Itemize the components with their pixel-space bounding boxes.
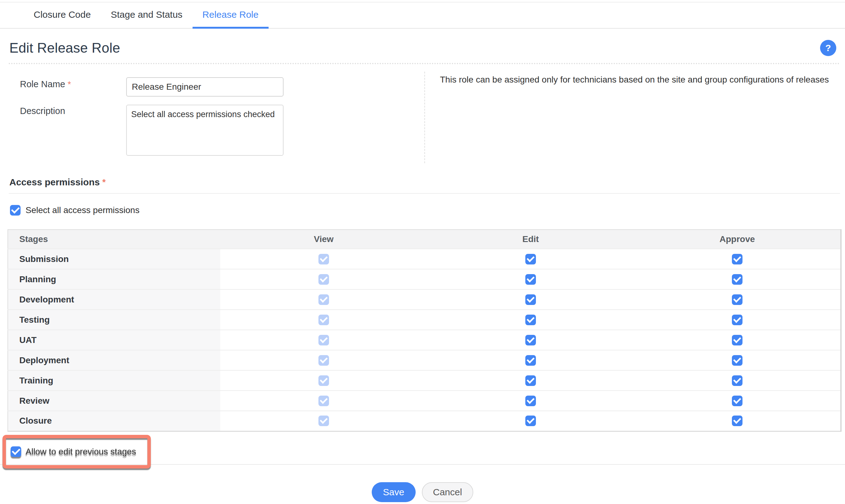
edit-checkbox[interactable]: [525, 274, 536, 285]
approve-checkbox[interactable]: [732, 375, 742, 386]
table-row: Planning: [8, 269, 841, 289]
edit-checkbox[interactable]: [525, 314, 536, 325]
section-divider: [9, 193, 840, 194]
role-info-note: This role can be assigned only for techn…: [440, 73, 842, 86]
role-name-label-text: Role Name: [20, 79, 65, 89]
description-textarea[interactable]: Select all access permissions checked: [126, 105, 284, 156]
approve-checkbox[interactable]: [732, 294, 742, 305]
stage-name: Planning: [8, 269, 220, 289]
table-row: Submission: [8, 249, 841, 269]
permissions-table: Stages View Edit Approve SubmissionPlann…: [7, 229, 842, 432]
allow-edit-previous-label: Allow to edit previous stages: [25, 447, 136, 457]
select-all-checkbox[interactable]: [10, 205, 21, 216]
table-row: UAT: [8, 330, 841, 350]
stages-table-body: SubmissionPlanningDevelopmentTestingUATD…: [8, 249, 841, 431]
table-row: Development: [8, 289, 841, 310]
help-icon[interactable]: ?: [820, 40, 836, 56]
role-name-input[interactable]: [126, 77, 284, 96]
tab-stage-and-status[interactable]: Stage and Status: [101, 2, 192, 29]
edit-checkbox[interactable]: [525, 355, 536, 366]
page-title: Edit Release Role: [10, 40, 120, 56]
approve-checkbox[interactable]: [732, 254, 742, 265]
annotation-highlight-box: Allow to edit previous stages: [2, 435, 151, 468]
column-header-view: View: [220, 230, 427, 249]
allow-edit-previous-checkbox[interactable]: [11, 446, 21, 457]
edit-checkbox[interactable]: [525, 294, 536, 305]
required-asterisk: *: [68, 79, 71, 89]
save-button[interactable]: Save: [372, 482, 415, 502]
question-mark-glyph: ?: [825, 43, 831, 53]
role-name-label: Role Name*: [20, 79, 71, 89]
table-header-row: Stages View Edit Approve: [8, 230, 841, 249]
tab-release-role[interactable]: Release Role: [193, 2, 269, 29]
view-checkbox: [319, 375, 329, 386]
bottom-section: Allow to edit previous stages: [0, 434, 845, 475]
access-permissions-heading-text: Access permissions: [10, 177, 100, 187]
cancel-button[interactable]: Cancel: [422, 482, 473, 502]
table-row: Deployment: [8, 350, 841, 371]
view-checkbox: [319, 335, 329, 345]
view-checkbox: [319, 416, 329, 426]
select-all-row: Select all access permissions: [10, 204, 845, 216]
table-row: Testing: [8, 310, 841, 330]
approve-checkbox[interactable]: [732, 396, 742, 406]
description-label: Description: [20, 106, 65, 116]
stage-name: Submission: [8, 249, 220, 269]
edit-checkbox[interactable]: [525, 335, 536, 345]
access-permissions-heading: Access permissions*: [10, 177, 845, 187]
view-checkbox: [319, 314, 329, 325]
edit-checkbox[interactable]: [525, 416, 536, 426]
select-all-label: Select all access permissions: [25, 205, 140, 215]
column-header-edit: Edit: [427, 230, 634, 249]
view-checkbox: [319, 274, 329, 285]
view-checkbox: [319, 294, 329, 305]
approve-checkbox[interactable]: [732, 314, 742, 325]
edit-checkbox[interactable]: [525, 396, 536, 406]
approve-checkbox[interactable]: [732, 355, 742, 366]
column-header-approve: Approve: [634, 230, 841, 249]
table-row: Review: [8, 391, 841, 411]
stage-name: UAT: [8, 330, 220, 350]
view-checkbox: [319, 355, 329, 366]
view-checkbox: [319, 396, 329, 406]
stage-name: Review: [8, 391, 220, 411]
stage-name: Training: [8, 371, 220, 391]
settings-tab-bar: Closure Code Stage and Status Release Ro…: [0, 2, 845, 29]
stage-name: Closure: [8, 411, 220, 431]
approve-checkbox[interactable]: [732, 335, 742, 345]
view-checkbox: [319, 254, 329, 265]
action-buttons: Save Cancel: [0, 482, 845, 502]
permissions-table-wrap: Stages View Edit Approve SubmissionPlann…: [7, 229, 841, 432]
page-header: Edit Release Role ?: [0, 29, 845, 56]
approve-checkbox[interactable]: [732, 416, 742, 426]
edit-checkbox[interactable]: [525, 375, 536, 386]
column-header-stages: Stages: [8, 230, 220, 249]
stage-name: Development: [8, 289, 220, 310]
stage-name: Deployment: [8, 350, 220, 371]
form-vertical-divider: [425, 72, 425, 163]
stage-name: Testing: [8, 310, 220, 330]
table-row: Closure: [8, 411, 841, 431]
approve-checkbox[interactable]: [732, 274, 742, 285]
tab-closure-code[interactable]: Closure Code: [24, 2, 101, 29]
required-asterisk: *: [102, 177, 106, 187]
table-row: Training: [8, 371, 841, 391]
role-form: Role Name* Description Select all access…: [0, 64, 845, 167]
edit-checkbox[interactable]: [525, 254, 536, 265]
